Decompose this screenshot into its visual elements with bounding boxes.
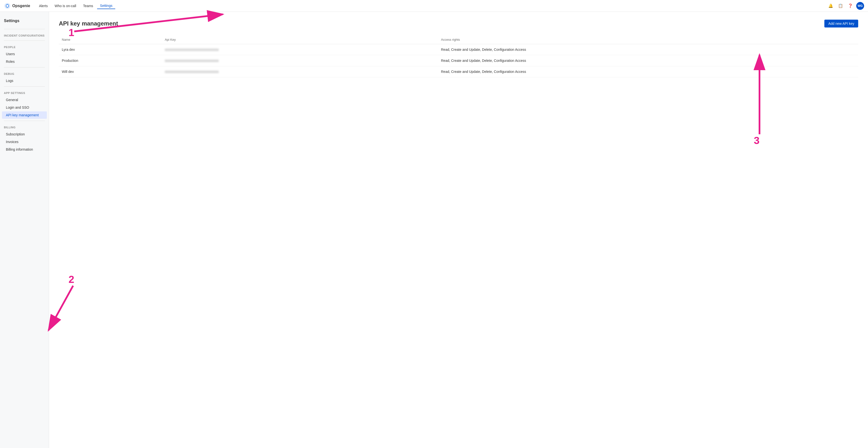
table-body: Lyra dev Read, Create and Update, Delete… bbox=[59, 44, 858, 77]
sidebar-section-incident: INCIDENT CONFIGURATIONS bbox=[0, 31, 49, 38]
updates-icon[interactable]: 📋 bbox=[837, 2, 844, 10]
api-key-value bbox=[165, 71, 219, 73]
topnav-right: 🔔 📋 ❓ WG bbox=[827, 2, 864, 10]
row-name: Lyra dev bbox=[59, 44, 162, 55]
sidebar-item-subscription[interactable]: Subscription bbox=[2, 130, 47, 138]
nav-settings[interactable]: Settings bbox=[97, 3, 116, 9]
main-layout: Settings INCIDENT CONFIGURATIONS PEOPLE … bbox=[0, 12, 868, 448]
page-title: API key management bbox=[59, 20, 118, 27]
row-api-key bbox=[162, 44, 438, 55]
api-keys-table-container: Name Api Key Access rights Lyra dev Read… bbox=[59, 35, 858, 77]
main-content: API key management Add new API key Name … bbox=[49, 12, 868, 448]
page-header: API key management Add new API key bbox=[59, 20, 858, 28]
sidebar-item-invoices[interactable]: Invoices bbox=[2, 138, 47, 146]
sidebar-divider-top bbox=[4, 29, 45, 29]
sidebar-divider-3 bbox=[4, 86, 45, 87]
sidebar-item-billing-information[interactable]: Billing information bbox=[2, 146, 47, 153]
table-row: Production Read, Create and Update, Dele… bbox=[59, 55, 858, 66]
nav-who-is-on-call[interactable]: Who is on-call bbox=[52, 3, 79, 9]
sidebar-section-app-settings: APP SETTINGS bbox=[0, 89, 49, 96]
sidebar-divider-1 bbox=[4, 40, 45, 41]
sidebar-divider-4 bbox=[4, 121, 45, 121]
row-name: Will dev bbox=[59, 66, 162, 77]
row-access-rights: Read, Create and Update, Delete, Configu… bbox=[438, 44, 858, 55]
row-api-key bbox=[162, 55, 438, 66]
row-api-key bbox=[162, 66, 438, 77]
sidebar-item-login-sso[interactable]: Login and SSO bbox=[2, 104, 47, 111]
api-key-value bbox=[165, 60, 219, 62]
row-access-rights: Read, Create and Update, Delete, Configu… bbox=[438, 66, 858, 77]
nav-links: Alerts Who is on-call Teams Settings bbox=[36, 3, 827, 9]
logo-text: Opsgenie bbox=[12, 4, 30, 8]
sidebar-item-logs[interactable]: Logs bbox=[2, 77, 47, 84]
col-api-key: Api Key bbox=[162, 35, 438, 44]
notifications-icon[interactable]: 🔔 bbox=[827, 2, 835, 10]
sidebar: Settings INCIDENT CONFIGURATIONS PEOPLE … bbox=[0, 12, 49, 448]
help-icon[interactable]: ❓ bbox=[846, 2, 854, 10]
sidebar-section-billing: BILLING bbox=[0, 123, 49, 130]
top-navigation: Opsgenie Alerts Who is on-call Teams Set… bbox=[0, 0, 868, 12]
sidebar-item-roles[interactable]: Roles bbox=[2, 58, 47, 65]
row-name: Production bbox=[59, 55, 162, 66]
row-access-rights: Read, Create and Update, Delete, Configu… bbox=[438, 55, 858, 66]
sidebar-title: Settings bbox=[0, 17, 49, 27]
table-header: Name Api Key Access rights bbox=[59, 35, 858, 44]
logo[interactable]: Opsgenie bbox=[4, 2, 30, 9]
opsgenie-logo-icon bbox=[4, 2, 11, 9]
sidebar-item-users[interactable]: Users bbox=[2, 50, 47, 58]
add-new-api-key-button[interactable]: Add new API key bbox=[824, 20, 858, 28]
col-name: Name bbox=[59, 35, 162, 44]
api-key-value bbox=[165, 49, 219, 51]
nav-teams[interactable]: Teams bbox=[80, 3, 96, 9]
col-access-rights: Access rights bbox=[438, 35, 858, 44]
sidebar-divider-2 bbox=[4, 67, 45, 67]
sidebar-item-general[interactable]: General bbox=[2, 96, 47, 103]
sidebar-item-api-key-management[interactable]: API key management bbox=[2, 111, 47, 119]
user-avatar[interactable]: WG bbox=[856, 2, 864, 10]
table-header-row: Name Api Key Access rights bbox=[59, 35, 858, 44]
table-row: Lyra dev Read, Create and Update, Delete… bbox=[59, 44, 858, 55]
api-keys-table: Name Api Key Access rights Lyra dev Read… bbox=[59, 35, 858, 77]
sidebar-section-debug: DEBUG bbox=[0, 69, 49, 77]
sidebar-section-people: PEOPLE bbox=[0, 43, 49, 50]
nav-alerts[interactable]: Alerts bbox=[36, 3, 51, 9]
table-row: Will dev Read, Create and Update, Delete… bbox=[59, 66, 858, 77]
